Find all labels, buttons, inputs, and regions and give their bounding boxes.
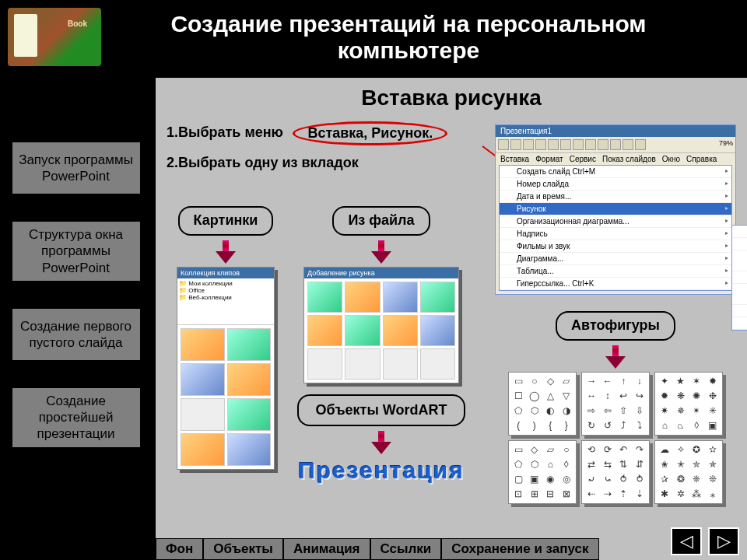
- tab-links[interactable]: Ссылки: [370, 538, 442, 560]
- tag-autoshapes: Автофигуры: [556, 311, 675, 341]
- pp-dropdown: Создать слайд Ctrl+M Номер слайда Дата и…: [499, 165, 732, 291]
- tag-wordart: Объекты WordART: [297, 394, 466, 427]
- tab-save-run[interactable]: Сохранение и запуск: [441, 538, 598, 560]
- sidebar-item-label: Создание простейшей презентации: [16, 393, 137, 443]
- content-area: Вставка рисунка 1.Выбрать меню Вставка, …: [156, 78, 747, 560]
- bookworm-logo-icon: [8, 8, 101, 66]
- arrow-down-icon: [605, 345, 626, 369]
- step1-highlight: Вставка, Рисунок.: [293, 121, 447, 145]
- tab-objects[interactable]: Объекты: [203, 538, 283, 560]
- tab-background[interactable]: Фон: [156, 538, 203, 560]
- sidebar-item-simple-pres[interactable]: Создание простейшей презентации: [10, 386, 142, 450]
- sidebar-item-label: Структура окна программы PowerPoint: [16, 226, 137, 276]
- tab-animation[interactable]: Анимация: [283, 538, 370, 560]
- step1-prefix: 1.Выбрать меню: [167, 124, 283, 140]
- wordart-sample: Презентация: [298, 457, 465, 484]
- sidebar-item-launch[interactable]: Запуск программы PowerPoint: [10, 140, 142, 196]
- tag-fromfile: Из файла: [332, 206, 430, 236]
- tag-pictures: Картинки: [178, 206, 274, 236]
- content-title: Вставка рисунка: [156, 86, 747, 110]
- sidebar-item-structure[interactable]: Структура окна программы PowerPoint: [10, 219, 142, 283]
- prev-slide-button[interactable]: ◁: [671, 527, 702, 555]
- autoshapes-grid: ▭○◇▱☐◯△▽⬠⬡◐◑(){} →←↑↓↔↕↩↪⇨⇦⇧⇩↻↺⤴⤵ ✦★✶✸✹❋…: [508, 372, 723, 504]
- arrow-down-icon: [371, 240, 391, 264]
- next-slide-button[interactable]: ▷: [708, 527, 739, 555]
- pp-menubar: Вставка Формат Сервис Показ слайдов Окно…: [496, 153, 735, 165]
- bottom-tabs: Фон Объекты Анимация Ссылки Сохранение и…: [156, 538, 599, 560]
- sidebar-item-label: Создание первого пустого слайда: [16, 318, 137, 352]
- arrow-down-icon: [371, 431, 391, 454]
- sidebar-item-label: Запуск программы PowerPoint: [16, 152, 137, 185]
- pp-titlebar: Презентация1: [496, 125, 735, 137]
- sidebar: Запуск программы PowerPoint Структура ок…: [0, 78, 152, 450]
- pp-submenu: Картинки... Из файла... Со сканера или к…: [731, 225, 747, 331]
- page-title: Создание презентаций на персональном ком…: [101, 11, 747, 64]
- arrow-down-icon: [216, 240, 236, 264]
- pp-zoom: 79%: [719, 139, 733, 150]
- powerpoint-menu-preview: Презентация1 79% Вставка Формат Сервис П…: [495, 124, 736, 295]
- sidebar-item-first-slide[interactable]: Создание первого пустого слайда: [10, 306, 142, 362]
